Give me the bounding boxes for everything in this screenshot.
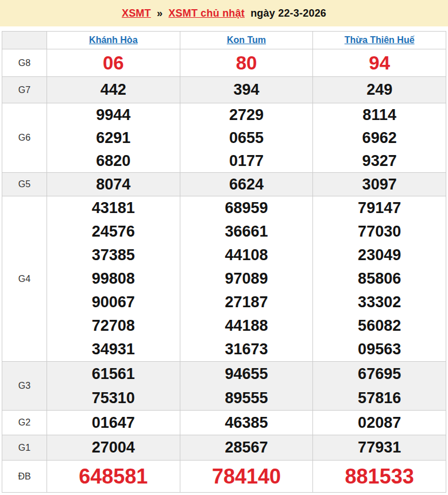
province-link[interactable]: Khánh Hòa bbox=[89, 35, 137, 45]
result-cell: 94 bbox=[313, 49, 446, 77]
result-number: 46385 bbox=[180, 411, 313, 435]
province-link[interactable]: Thừa Thiên Huế bbox=[345, 35, 415, 45]
result-cell: 272906550177 bbox=[180, 103, 313, 173]
result-number: 394 bbox=[180, 77, 313, 103]
result-number: 36661 bbox=[180, 220, 313, 243]
result-number: 249 bbox=[313, 77, 446, 103]
result-cell: 06 bbox=[47, 49, 180, 77]
prize-row-g6: G6994462916820272906550177811469629327 bbox=[2, 103, 446, 173]
prize-row-g1: G1270042856777931 bbox=[2, 435, 446, 461]
result-cell: 6624 bbox=[180, 173, 313, 196]
result-number: 24576 bbox=[47, 220, 180, 243]
result-cell: 249 bbox=[313, 77, 446, 103]
prize-row-g4: G443181245763738599808900677270834931689… bbox=[2, 196, 446, 362]
prize-row-g7: G7442394249 bbox=[2, 77, 446, 103]
result-number: 2729 bbox=[180, 103, 313, 126]
prize-row-g5: G5807466243097 bbox=[2, 173, 446, 196]
result-cell: 8074 bbox=[47, 173, 180, 196]
prize-row-g8: G8068094 bbox=[2, 49, 446, 77]
prize-row-g3: G3615617531094655895556769557816 bbox=[2, 362, 446, 411]
province-header: Kon Tum bbox=[180, 32, 313, 49]
result-cell: 68959366614410897089271874418831673 bbox=[180, 196, 313, 362]
result-cell: 6769557816 bbox=[313, 362, 446, 411]
result-cell: 43181245763738599808900677270834931 bbox=[47, 196, 180, 362]
province-link[interactable]: Kon Tum bbox=[227, 35, 266, 45]
result-cell: 02087 bbox=[313, 411, 446, 435]
result-number: 99808 bbox=[47, 267, 180, 291]
province-header: Thừa Thiên Huế bbox=[313, 32, 446, 49]
result-cell: 27004 bbox=[47, 435, 180, 461]
result-number: 77931 bbox=[313, 435, 446, 460]
result-number: 33302 bbox=[313, 291, 446, 314]
result-cell: 881533 bbox=[313, 461, 446, 493]
result-number: 9327 bbox=[313, 149, 446, 172]
result-number: 72708 bbox=[47, 314, 180, 338]
result-number: 37385 bbox=[47, 243, 180, 267]
result-number: 85806 bbox=[313, 267, 446, 291]
result-number: 27004 bbox=[47, 435, 180, 460]
result-number: 6820 bbox=[47, 149, 180, 172]
result-number: 8114 bbox=[313, 103, 446, 126]
result-number: 90067 bbox=[47, 291, 180, 314]
prize-label: G3 bbox=[2, 362, 47, 411]
result-number: 6624 bbox=[180, 173, 313, 196]
result-cell: 394 bbox=[180, 77, 313, 103]
result-number: 02087 bbox=[313, 411, 446, 435]
result-number: 648581 bbox=[47, 461, 180, 492]
result-cell: 648581 bbox=[47, 461, 180, 493]
prize-label: ĐB bbox=[2, 461, 47, 493]
result-cell: 811469629327 bbox=[313, 103, 446, 173]
result-number: 0655 bbox=[180, 126, 313, 149]
prize-label: G8 bbox=[2, 49, 47, 77]
result-number: 94 bbox=[313, 49, 446, 76]
lottery-results-table: Khánh HòaKon TumThừa Thiên Huế G8068094G… bbox=[2, 31, 446, 493]
header-row: Khánh HòaKon TumThừa Thiên Huế bbox=[2, 32, 446, 49]
corner-cell bbox=[2, 32, 47, 49]
title-date: ngày 22-3-2026 bbox=[250, 7, 326, 19]
result-number: 34931 bbox=[47, 338, 180, 361]
prize-label: G1 bbox=[2, 435, 47, 461]
result-number: 23049 bbox=[313, 243, 446, 267]
result-cell: 01647 bbox=[47, 411, 180, 435]
title-separator: » bbox=[157, 7, 163, 19]
result-number: 8074 bbox=[47, 173, 180, 196]
result-number: 79147 bbox=[313, 196, 446, 220]
result-number: 3097 bbox=[313, 173, 446, 196]
result-number: 44108 bbox=[180, 243, 313, 267]
prize-row-g2: G2016474638502087 bbox=[2, 411, 446, 435]
result-cell: 9465589555 bbox=[180, 362, 313, 411]
weekday-link[interactable]: XSMT chủ nhật bbox=[168, 7, 245, 19]
result-cell: 442 bbox=[47, 77, 180, 103]
result-cell: 77931 bbox=[313, 435, 446, 461]
page-title: XSMT » XSMT chủ nhật ngày 22-3-2026 bbox=[122, 7, 326, 20]
result-number: 27187 bbox=[180, 291, 313, 314]
result-number: 80 bbox=[180, 49, 313, 76]
prize-label: G7 bbox=[2, 77, 47, 103]
result-number: 89555 bbox=[180, 386, 313, 410]
result-number: 442 bbox=[47, 77, 180, 103]
result-cell: 46385 bbox=[180, 411, 313, 435]
result-number: 0177 bbox=[180, 149, 313, 172]
result-number: 01647 bbox=[47, 411, 180, 435]
result-number: 28567 bbox=[180, 435, 313, 460]
result-number: 44188 bbox=[180, 314, 313, 338]
result-number: 6291 bbox=[47, 126, 180, 149]
result-cell: 79147770302304985806333025608209563 bbox=[313, 196, 446, 362]
result-number: 94655 bbox=[180, 362, 313, 386]
province-header: Khánh Hòa bbox=[47, 32, 180, 49]
result-number: 77030 bbox=[313, 220, 446, 243]
result-number: 06 bbox=[47, 49, 180, 76]
results-body: G8068094G7442394249G69944629168202729065… bbox=[2, 49, 446, 493]
result-number: 56082 bbox=[313, 314, 446, 338]
result-number: 68959 bbox=[180, 196, 313, 220]
result-number: 75310 bbox=[47, 386, 180, 410]
result-number: 09563 bbox=[313, 338, 446, 361]
result-number: 67695 bbox=[313, 362, 446, 386]
prize-row-db: ĐB648581784140881533 bbox=[2, 461, 446, 493]
result-cell: 28567 bbox=[180, 435, 313, 461]
region-link[interactable]: XSMT bbox=[122, 7, 151, 19]
result-number: 97089 bbox=[180, 267, 313, 291]
result-cell: 784140 bbox=[180, 461, 313, 493]
result-number: 784140 bbox=[180, 461, 313, 492]
result-cell: 3097 bbox=[313, 173, 446, 196]
